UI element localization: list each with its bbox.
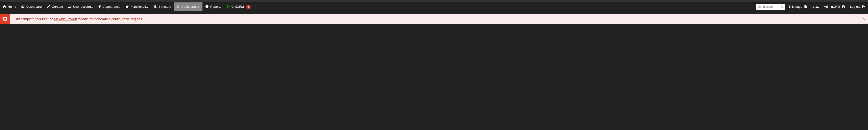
palette-icon <box>98 5 102 9</box>
error-circle-icon <box>2 16 8 22</box>
civicrm-icon <box>226 5 230 9</box>
menu-label: Home <box>8 5 16 8</box>
menu-item-civicrm[interactable]: CiviCRM 1 <box>224 2 253 11</box>
toolbar-right: This page 1 AdminCRM Log out <box>754 2 868 11</box>
layers-icon <box>153 5 157 9</box>
menu-label: Appearance <box>103 5 120 8</box>
close-message-button[interactable] <box>862 17 866 21</box>
menu-item-dashboard[interactable]: Dashboard <box>19 2 44 11</box>
error-icon-box <box>0 14 10 24</box>
account-button[interactable]: AdminCRM <box>822 2 847 11</box>
error-text-after: module for generating configurable regio… <box>78 17 143 21</box>
sign-out-icon <box>862 5 866 8</box>
gauge-icon <box>21 5 25 9</box>
menu-item-reports[interactable]: Reports <box>203 2 224 11</box>
this-page-label: This page <box>788 5 802 8</box>
menu-search-box <box>755 4 785 10</box>
menu-item-content[interactable]: Content <box>44 2 65 11</box>
menu-label: Functionality <box>130 5 148 8</box>
users-icon <box>815 5 819 8</box>
error-text-before: This template requires the <box>14 17 53 21</box>
menu-label: Structure <box>158 5 171 8</box>
puzzle-icon <box>125 5 129 9</box>
logout-button[interactable]: Log out <box>848 2 868 11</box>
pencil-icon <box>46 5 51 9</box>
menu-label: User accounts <box>73 5 93 8</box>
top-stripe <box>0 0 868 2</box>
file-icon <box>804 5 807 8</box>
svg-marker-0 <box>227 6 229 8</box>
users-icon <box>68 5 72 9</box>
menu-label: Content <box>52 5 63 8</box>
search-icon[interactable] <box>780 5 783 8</box>
content-area <box>0 24 868 56</box>
menu-item-home[interactable]: Home <box>0 2 19 11</box>
menu-label: Reports <box>210 5 221 8</box>
menu-label: Dashboard <box>26 5 42 8</box>
close-icon <box>862 17 866 21</box>
home-icon <box>2 5 6 9</box>
menu-item-user-accounts[interactable]: User accounts <box>65 2 96 11</box>
toolbar-gap <box>0 11 868 14</box>
admin-toolbar: Home Dashboard Content User accounts App <box>0 2 868 11</box>
gear-icon <box>176 5 180 9</box>
this-page-button[interactable]: This page <box>786 2 810 11</box>
info-circle-icon <box>205 5 209 9</box>
menu-item-appearance[interactable]: Appearance <box>96 2 123 11</box>
menu-item-configuration[interactable]: Configuration <box>174 2 203 11</box>
logout-label: Log out <box>850 5 861 8</box>
menu-label: CiviCRM <box>231 5 244 8</box>
menu-label: Configuration <box>181 5 200 8</box>
error-message-bar: This template requires the Flexible Layo… <box>0 14 868 24</box>
users-online-button[interactable]: 1 <box>810 2 822 11</box>
error-message-text: This template requires the Flexible Layo… <box>10 14 147 24</box>
user-circle-icon <box>842 5 845 8</box>
users-online-count: 1 <box>812 5 814 8</box>
toolbar-left: Home Dashboard Content User accounts App <box>0 2 253 11</box>
flexible-layout-link[interactable]: Flexible Layout <box>54 17 77 21</box>
menu-search-wrap <box>754 2 786 11</box>
menu-item-structure[interactable]: Structure <box>151 2 174 11</box>
account-label: AdminCRM <box>824 5 840 8</box>
notification-badge: 1 <box>246 5 251 9</box>
menu-item-functionality[interactable]: Functionality <box>123 2 151 11</box>
